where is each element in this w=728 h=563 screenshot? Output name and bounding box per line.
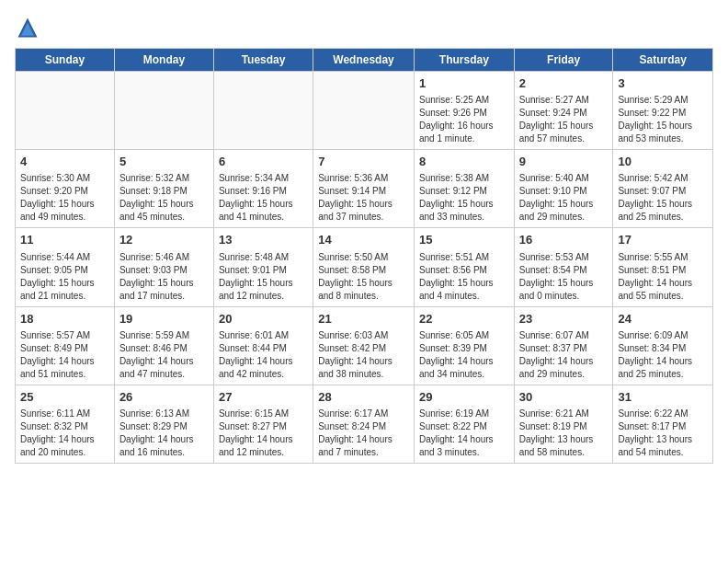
week-row-2: 4Sunrise: 5:30 AM Sunset: 9:20 PM Daylig… [16,150,713,228]
weekday-header-monday: Monday [114,49,213,72]
calendar-cell: 12Sunrise: 5:46 AM Sunset: 9:03 PM Dayli… [114,228,213,306]
day-info: Sunrise: 6:01 AM Sunset: 8:44 PM Dayligh… [219,329,308,381]
calendar-cell: 23Sunrise: 6:07 AM Sunset: 8:37 PM Dayli… [514,306,613,385]
day-number: 24 [618,311,708,327]
day-info: Sunrise: 5:29 AM Sunset: 9:22 PM Dayligh… [618,94,708,145]
day-number: 29 [419,389,509,406]
day-number: 15 [419,232,509,248]
calendar-cell: 7Sunrise: 5:36 AM Sunset: 9:14 PM Daylig… [313,150,415,228]
day-number: 10 [618,154,708,170]
day-info: Sunrise: 5:25 AM Sunset: 9:26 PM Dayligh… [419,94,509,145]
day-info: Sunrise: 5:51 AM Sunset: 8:56 PM Dayligh… [419,251,509,303]
day-number: 4 [20,154,109,170]
weekday-header-saturday: Saturday [613,49,713,72]
day-info: Sunrise: 6:19 AM Sunset: 8:22 PM Dayligh… [419,408,509,459]
day-info: Sunrise: 5:53 AM Sunset: 8:54 PM Dayligh… [519,251,609,303]
logo [15,15,44,40]
day-info: Sunrise: 5:32 AM Sunset: 9:18 PM Dayligh… [119,172,209,224]
day-number: 31 [618,389,708,406]
calendar-cell: 26Sunrise: 6:13 AM Sunset: 8:29 PM Dayli… [114,385,213,463]
calendar-cell: 29Sunrise: 6:19 AM Sunset: 8:22 PM Dayli… [414,385,514,463]
day-info: Sunrise: 5:34 AM Sunset: 9:16 PM Dayligh… [219,172,308,224]
calendar-cell: 27Sunrise: 6:15 AM Sunset: 8:27 PM Dayli… [213,385,313,463]
day-info: Sunrise: 5:50 AM Sunset: 8:58 PM Dayligh… [318,251,409,303]
calendar-cell: 17Sunrise: 5:55 AM Sunset: 8:51 PM Dayli… [613,228,713,306]
day-info: Sunrise: 6:11 AM Sunset: 8:32 PM Dayligh… [20,408,109,459]
day-number: 8 [419,154,509,170]
calendar-cell: 30Sunrise: 6:21 AM Sunset: 8:19 PM Dayli… [514,385,613,463]
day-info: Sunrise: 5:46 AM Sunset: 9:03 PM Dayligh… [119,251,209,303]
week-row-5: 25Sunrise: 6:11 AM Sunset: 8:32 PM Dayli… [16,385,713,463]
weekday-header-sunday: Sunday [16,49,115,72]
day-info: Sunrise: 5:42 AM Sunset: 9:07 PM Dayligh… [618,172,708,224]
day-info: Sunrise: 6:05 AM Sunset: 8:39 PM Dayligh… [419,329,509,381]
calendar-cell: 25Sunrise: 6:11 AM Sunset: 8:32 PM Dayli… [16,385,115,463]
day-info: Sunrise: 6:07 AM Sunset: 8:37 PM Dayligh… [519,329,609,381]
calendar-cell: 1Sunrise: 5:25 AM Sunset: 9:26 PM Daylig… [414,72,514,150]
weekday-header-row: SundayMondayTuesdayWednesdayThursdayFrid… [16,49,713,72]
calendar-table: SundayMondayTuesdayWednesdayThursdayFrid… [15,48,713,464]
day-info: Sunrise: 6:17 AM Sunset: 8:24 PM Dayligh… [318,408,409,459]
calendar-cell: 13Sunrise: 5:48 AM Sunset: 9:01 PM Dayli… [213,228,313,306]
day-info: Sunrise: 6:03 AM Sunset: 8:42 PM Dayligh… [318,329,409,381]
day-info: Sunrise: 5:57 AM Sunset: 8:49 PM Dayligh… [20,329,109,381]
calendar-cell [213,72,313,150]
weekday-header-thursday: Thursday [414,49,514,72]
day-number: 9 [519,154,609,170]
day-info: Sunrise: 5:30 AM Sunset: 9:20 PM Dayligh… [20,172,109,224]
calendar-cell: 22Sunrise: 6:05 AM Sunset: 8:39 PM Dayli… [414,306,514,385]
calendar-cell [114,72,213,150]
day-info: Sunrise: 5:55 AM Sunset: 8:51 PM Dayligh… [618,251,708,303]
day-number: 16 [519,232,609,248]
day-number: 1 [419,75,509,92]
calendar-cell: 31Sunrise: 6:22 AM Sunset: 8:17 PM Dayli… [613,385,713,463]
day-number: 12 [119,232,209,248]
calendar-cell: 15Sunrise: 5:51 AM Sunset: 8:56 PM Dayli… [414,228,514,306]
day-info: Sunrise: 6:21 AM Sunset: 8:19 PM Dayligh… [519,408,609,459]
day-info: Sunrise: 6:22 AM Sunset: 8:17 PM Dayligh… [618,408,708,459]
calendar-cell: 9Sunrise: 5:40 AM Sunset: 9:10 PM Daylig… [514,150,613,228]
day-info: Sunrise: 5:40 AM Sunset: 9:10 PM Dayligh… [519,172,609,224]
day-number: 23 [519,311,609,327]
day-number: 28 [318,389,409,406]
calendar-cell [16,72,115,150]
day-number: 18 [20,311,109,327]
week-row-3: 11Sunrise: 5:44 AM Sunset: 9:05 PM Dayli… [16,228,713,306]
page-header [15,15,713,40]
calendar-cell: 16Sunrise: 5:53 AM Sunset: 8:54 PM Dayli… [514,228,613,306]
calendar-cell: 3Sunrise: 5:29 AM Sunset: 9:22 PM Daylig… [613,72,713,150]
day-info: Sunrise: 5:48 AM Sunset: 9:01 PM Dayligh… [219,251,308,303]
day-number: 30 [519,389,609,406]
calendar-cell: 11Sunrise: 5:44 AM Sunset: 9:05 PM Dayli… [16,228,115,306]
day-number: 5 [119,154,209,170]
day-number: 13 [219,232,308,248]
week-row-4: 18Sunrise: 5:57 AM Sunset: 8:49 PM Dayli… [16,306,713,385]
day-info: Sunrise: 5:59 AM Sunset: 8:46 PM Dayligh… [119,329,209,381]
day-info: Sunrise: 5:44 AM Sunset: 9:05 PM Dayligh… [20,251,109,303]
calendar-cell: 18Sunrise: 5:57 AM Sunset: 8:49 PM Dayli… [16,306,115,385]
day-number: 20 [219,311,308,327]
calendar-cell: 21Sunrise: 6:03 AM Sunset: 8:42 PM Dayli… [313,306,415,385]
logo-icon [15,15,40,40]
calendar-cell: 24Sunrise: 6:09 AM Sunset: 8:34 PM Dayli… [613,306,713,385]
calendar-cell: 14Sunrise: 5:50 AM Sunset: 8:58 PM Dayli… [313,228,415,306]
calendar-cell: 5Sunrise: 5:32 AM Sunset: 9:18 PM Daylig… [114,150,213,228]
day-number: 26 [119,389,209,406]
day-info: Sunrise: 6:13 AM Sunset: 8:29 PM Dayligh… [119,408,209,459]
day-number: 22 [419,311,509,327]
day-number: 21 [318,311,409,327]
day-info: Sunrise: 5:36 AM Sunset: 9:14 PM Dayligh… [318,172,409,224]
day-number: 3 [618,75,708,92]
day-number: 17 [618,232,708,248]
calendar-cell: 4Sunrise: 5:30 AM Sunset: 9:20 PM Daylig… [16,150,115,228]
day-number: 14 [318,232,409,248]
calendar-cell: 19Sunrise: 5:59 AM Sunset: 8:46 PM Dayli… [114,306,213,385]
day-info: Sunrise: 6:15 AM Sunset: 8:27 PM Dayligh… [219,408,308,459]
day-number: 11 [20,232,109,248]
calendar-cell: 28Sunrise: 6:17 AM Sunset: 8:24 PM Dayli… [313,385,415,463]
weekday-header-tuesday: Tuesday [213,49,313,72]
calendar-cell: 10Sunrise: 5:42 AM Sunset: 9:07 PM Dayli… [613,150,713,228]
calendar-cell: 20Sunrise: 6:01 AM Sunset: 8:44 PM Dayli… [213,306,313,385]
day-number: 19 [119,311,209,327]
day-number: 6 [219,154,308,170]
